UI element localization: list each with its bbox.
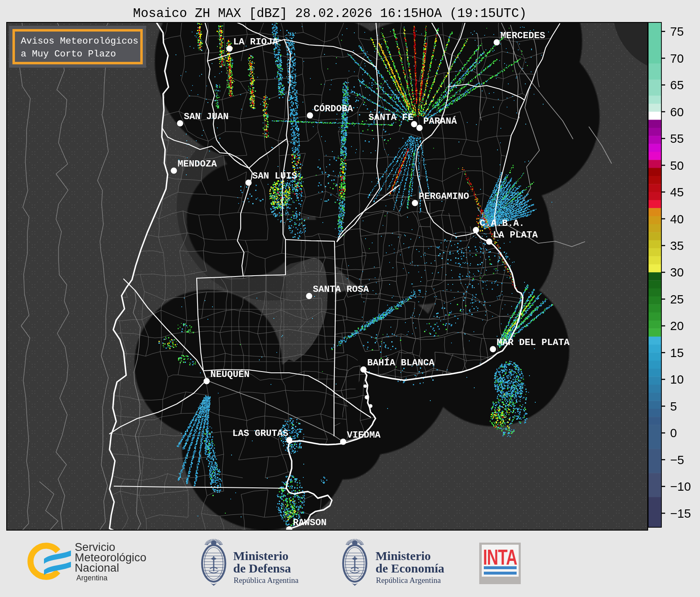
svg-text:INTA: INTA (483, 545, 517, 569)
svg-text:de Economía: de Economía (376, 561, 444, 575)
svg-text:SAN LUIS: SAN LUIS (252, 171, 297, 181)
svg-text:75: 75 (670, 24, 684, 38)
svg-text:Argentina: Argentina (76, 574, 107, 582)
svg-text:5: 5 (670, 399, 677, 413)
svg-text:45: 45 (670, 185, 684, 199)
svg-text:30: 30 (670, 265, 684, 279)
svg-text:55: 55 (670, 132, 684, 145)
svg-text:MENDOZA: MENDOZA (178, 159, 217, 169)
svg-text:65: 65 (670, 78, 684, 92)
svg-text:25: 25 (670, 292, 684, 306)
svg-text:República Argentina: República Argentina (376, 576, 441, 585)
svg-text:Nacional: Nacional (75, 561, 119, 574)
svg-text:Avisos Meteorológicos: Avisos Meteorológicos (21, 36, 139, 46)
svg-text:0: 0 (670, 426, 677, 440)
svg-text:RAWSON: RAWSON (293, 517, 327, 528)
svg-text:20: 20 (670, 319, 684, 333)
svg-text:SANTA ROSA: SANTA ROSA (313, 284, 369, 295)
svg-text:C.A.B.A.: C.A.B.A. (480, 218, 524, 229)
svg-text:LAS GRUTAS: LAS GRUTAS (232, 428, 288, 439)
svg-text:−10: −10 (670, 480, 691, 493)
svg-text:−5: −5 (670, 453, 684, 467)
svg-text:60: 60 (670, 105, 684, 119)
svg-text:40: 40 (670, 212, 684, 226)
svg-text:Ministerio: Ministerio (233, 549, 288, 563)
svg-text:35: 35 (670, 239, 684, 252)
svg-text:15: 15 (670, 346, 684, 360)
svg-text:de Defensa: de Defensa (233, 561, 291, 575)
svg-text:a Muy Corto Plazo: a Muy Corto Plazo (21, 49, 116, 59)
svg-text:BAHÍA BLANCA: BAHÍA BLANCA (367, 357, 435, 368)
svg-text:70: 70 (670, 51, 684, 65)
svg-text:−15: −15 (670, 506, 691, 520)
svg-text:PARANÁ: PARANÁ (423, 116, 457, 127)
svg-text:LA RIOJA: LA RIOJA (233, 37, 278, 47)
svg-text:SANTA FE: SANTA FE (368, 112, 413, 123)
svg-text:VIEDMA: VIEDMA (347, 430, 381, 440)
svg-text:10: 10 (670, 372, 684, 386)
svg-text:SAN JUAN: SAN JUAN (184, 111, 229, 122)
svg-text:CÓRDOBA: CÓRDOBA (314, 103, 353, 114)
svg-text:50: 50 (670, 159, 684, 172)
svg-text:PERGAMINO: PERGAMINO (419, 191, 469, 202)
svg-text:MAR DEL PLATA: MAR DEL PLATA (497, 337, 570, 348)
svg-text:LA PLATA: LA PLATA (493, 230, 538, 240)
svg-text:Mosaico ZH MAX [dBZ] 28.02.202: Mosaico ZH MAX [dBZ] 28.02.2026 16:15HOA… (133, 6, 527, 21)
svg-text:República Argentina: República Argentina (234, 576, 299, 585)
svg-text:MERCEDES: MERCEDES (500, 30, 545, 41)
svg-text:NEUQUÉN: NEUQUÉN (210, 369, 250, 380)
svg-text:Ministerio: Ministerio (376, 549, 431, 563)
